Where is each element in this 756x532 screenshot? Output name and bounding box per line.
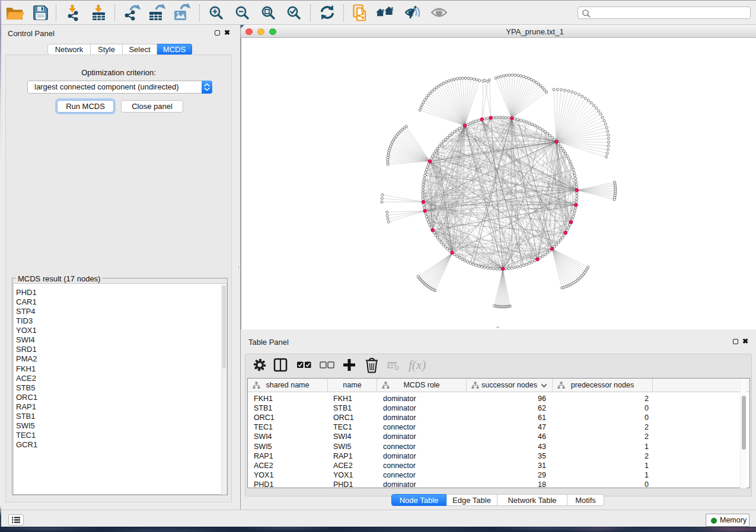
svg-text:f(x): f(x): [409, 358, 426, 372]
